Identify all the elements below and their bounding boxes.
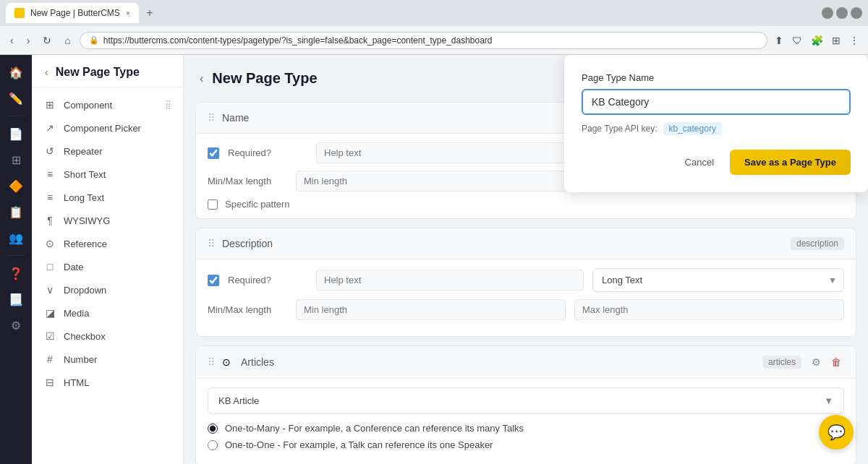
sidebar-item-label: Component Picker: [64, 123, 171, 134]
name-pattern-row: Specific pattern: [208, 199, 844, 210]
name-field-drag-handle[interactable]: ⠿: [208, 112, 215, 124]
url-text: https://buttercms.com/content-types/page…: [103, 35, 758, 46]
chat-button[interactable]: 💬: [819, 415, 854, 450]
articles-field-header: ⠿ ⊙ articles ⚙ 🗑: [196, 346, 856, 379]
sidebar-item-short-text[interactable]: ≡ Short Text: [32, 163, 183, 186]
nav-icon-users[interactable]: 👥: [4, 226, 27, 249]
sidebar-item-reference[interactable]: ⊙ Reference: [32, 232, 183, 255]
browser-tab[interactable]: New Page | ButterCMS ×: [6, 3, 139, 23]
sidebar-item-label: Number: [64, 354, 171, 365]
page-title: New Page Type: [212, 70, 317, 87]
reference-icon: ⊙: [43, 238, 56, 249]
description-field-drag-handle[interactable]: ⠿: [208, 238, 215, 249]
nav-icon-list[interactable]: 📋: [4, 200, 27, 223]
articles-dropdown-value: KB Article: [218, 395, 259, 406]
nav-home-btn[interactable]: ⌂: [60, 32, 75, 49]
sidebar-item-repeater[interactable]: ↺ Repeater: [32, 139, 183, 163]
articles-one-to-one-option[interactable]: One-to-One - For example, a Talk can ref…: [208, 439, 844, 450]
sidebar-item-component-picker[interactable]: ↗ Component Picker: [32, 116, 183, 139]
drag-handle-icon: ⣿: [165, 100, 171, 110]
browser-chrome: New Page | ButterCMS × + ‹ › ↻ ⌂ 🔒 https…: [0, 0, 868, 55]
page-back-btn[interactable]: ‹: [198, 71, 205, 87]
nav-back-btn[interactable]: ‹: [6, 32, 18, 49]
sidebar-item-checkbox[interactable]: ☑ Checkbox: [32, 325, 183, 348]
wysiwyg-icon: ¶: [43, 215, 56, 226]
nav-icon-page[interactable]: 📄: [4, 122, 27, 145]
description-help-input[interactable]: [316, 270, 584, 291]
sidebar-item-html[interactable]: ⊟ HTML: [32, 371, 183, 394]
nav-icon-settings[interactable]: ⚙: [4, 314, 27, 337]
sidebar-item-media[interactable]: ◪ Media: [32, 301, 183, 325]
name-required-checkbox[interactable]: [208, 147, 219, 159]
nav-icon-help[interactable]: ❓: [4, 262, 27, 285]
win-maximize[interactable]: [836, 7, 848, 19]
nav-forward-btn[interactable]: ›: [22, 32, 35, 49]
browser-titlebar: New Page | ButterCMS × +: [0, 0, 868, 26]
sidebar-toggle-btn[interactable]: ⊞: [829, 32, 843, 49]
tab-title: New Page | ButterCMS: [30, 8, 120, 18]
page-type-modal: Page Type Name Page Type API key: kb_cat…: [564, 55, 868, 192]
nav-icon-docs[interactable]: 📃: [4, 288, 27, 311]
extensions-btn[interactable]: 🧩: [808, 32, 826, 49]
name-pattern-label: Specific pattern: [225, 199, 290, 210]
description-field-card: ⠿ description Required? Short Text Long …: [195, 228, 856, 337]
html-icon: ⊟: [43, 377, 56, 388]
articles-settings-btn[interactable]: ⚙: [809, 355, 824, 369]
name-minmax-label: Min/Max length: [208, 176, 287, 186]
sidebar-item-component[interactable]: ⊞ Component ⣿: [32, 93, 183, 116]
one-to-one-radio[interactable]: [208, 440, 218, 450]
articles-drag-handle[interactable]: ⠿: [208, 356, 215, 368]
win-close[interactable]: [851, 7, 862, 19]
date-icon: □: [43, 261, 56, 272]
sidebar-item-date[interactable]: □ Date: [32, 255, 183, 278]
description-field-name-input[interactable]: [222, 238, 783, 249]
win-minimize[interactable]: [822, 7, 833, 19]
description-min-input[interactable]: [296, 299, 566, 320]
modal-api-row: Page Type API key: kb_category: [582, 122, 851, 135]
page-type-name-input[interactable]: [582, 89, 851, 115]
nav-icon-content-types[interactable]: 🔶: [4, 174, 27, 197]
nav-icon-edit[interactable]: ✏️: [4, 87, 27, 110]
lock-icon: 🔒: [89, 35, 99, 45]
toolbar-right: ⬆ 🛡 🧩 ⊞ ⋮: [772, 32, 862, 49]
name-pattern-checkbox[interactable]: [208, 199, 218, 210]
description-max-input[interactable]: [574, 299, 844, 320]
description-minmax-label: Min/Max length: [208, 304, 287, 315]
repeater-icon: ↺: [43, 145, 56, 157]
sidebar-item-dropdown[interactable]: ∨ Dropdown: [32, 278, 183, 301]
component-icon: ⊞: [43, 99, 56, 111]
nav-icon-home[interactable]: 🏠: [4, 61, 27, 84]
description-type-select[interactable]: Short Text Long Text: [592, 268, 844, 292]
sidebar-item-label: HTML: [64, 377, 171, 388]
sidebar-item-wysiwyg[interactable]: ¶ WYSIWYG: [32, 209, 183, 232]
address-bar[interactable]: 🔒 https://buttercms.com/content-types/pa…: [80, 32, 767, 49]
one-to-many-radio[interactable]: [208, 424, 218, 434]
sidebar-back-btn[interactable]: ‹: [43, 65, 50, 80]
articles-body: KB Article ▼ One-to-Many - For example, …: [196, 379, 856, 464]
modal-save-btn[interactable]: Save as a Page Type: [730, 150, 851, 175]
sidebar-item-long-text[interactable]: ≡ Long Text: [32, 186, 183, 209]
sidebar-item-number[interactable]: # Number: [32, 348, 183, 371]
share-btn[interactable]: ⬆: [772, 32, 786, 49]
shield-btn[interactable]: 🛡: [789, 32, 805, 49]
modal-cancel-btn[interactable]: Cancel: [676, 151, 723, 173]
articles-kb-article-dropdown[interactable]: KB Article ▼: [208, 387, 844, 414]
sidebar-title: New Page Type: [56, 66, 140, 79]
nav-refresh-btn[interactable]: ↻: [38, 32, 56, 49]
nav-icon-grid[interactable]: ⊞: [4, 148, 27, 171]
main-content: ‹ New Page Type Create Page Type ? Page …: [184, 55, 868, 464]
modal-actions: Cancel Save as a Page Type: [582, 150, 851, 175]
new-tab-btn[interactable]: +: [143, 4, 156, 22]
media-icon: ◪: [43, 307, 56, 319]
articles-ref-icon: ⊙: [222, 356, 231, 368]
tab-close-btn[interactable]: ×: [126, 9, 130, 17]
articles-delete-btn[interactable]: 🗑: [828, 355, 844, 369]
modal-field-label: Page Type Name: [582, 72, 851, 83]
articles-one-to-many-option[interactable]: One-to-Many - For example, a Conference …: [208, 423, 844, 434]
menu-btn[interactable]: ⋮: [846, 32, 862, 49]
sidebar-item-label: Reference: [64, 239, 171, 249]
articles-field-card: ⠿ ⊙ articles ⚙ 🗑 KB Article ▼ One-to-Man…: [195, 345, 856, 464]
one-to-many-label: One-to-Many - For example, a Conference …: [225, 423, 524, 434]
description-required-checkbox[interactable]: [208, 275, 219, 286]
articles-field-name-input[interactable]: [241, 356, 755, 368]
